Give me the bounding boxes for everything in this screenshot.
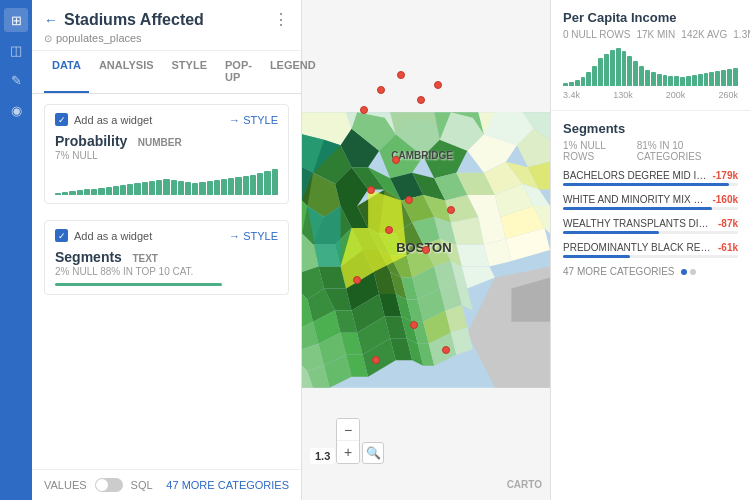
per-capita-bar xyxy=(727,69,732,86)
layers-icon[interactable]: ◫ xyxy=(4,38,28,62)
style-link-probability[interactable]: → STYLE xyxy=(229,114,278,126)
add-widget-label-probability: Add as a widget xyxy=(74,114,152,126)
page-title: Stadiums Affected xyxy=(64,11,204,29)
probability-field-name: Probability NUMBER xyxy=(55,132,278,150)
stadium-dot xyxy=(353,276,361,284)
histogram-bar xyxy=(55,193,61,195)
per-capita-bar xyxy=(627,56,632,86)
per-capita-bar xyxy=(663,75,668,86)
per-capita-bar xyxy=(610,50,615,86)
segments-meta: 1% NULL ROWS 81% IN 10 CATEGORIES xyxy=(563,140,738,162)
histogram-bar xyxy=(84,189,90,195)
histogram-bar xyxy=(163,179,169,195)
per-capita-bar xyxy=(657,74,662,86)
tab-popup[interactable]: POP-UP xyxy=(217,51,260,93)
field-name-probability: Probability xyxy=(55,133,127,149)
tab-data[interactable]: DATA xyxy=(44,51,89,93)
per-capita-avg: 142K AVG xyxy=(681,29,727,40)
map-container[interactable]: CAMBRIDGE BOSTON 1.3 − + 🔍 CARTO xyxy=(302,0,550,500)
back-button[interactable]: ← xyxy=(44,12,58,28)
segments-widget: ✓ Add as a widget → STYLE Segments TEXT … xyxy=(44,220,289,295)
eye-icon[interactable]: ◉ xyxy=(4,98,28,122)
scale-label-2: 130k xyxy=(613,90,633,100)
map-search-button[interactable]: 🔍 xyxy=(362,442,384,464)
histogram-bar xyxy=(62,192,68,195)
zoom-plus-button[interactable]: + xyxy=(337,441,359,463)
more-categories-link[interactable]: 47 MORE CATEGORIES xyxy=(166,479,289,491)
zoom-controls: − + xyxy=(336,418,360,464)
checkbox-probability[interactable]: ✓ xyxy=(55,113,68,126)
panel-title-left: ← Stadiums Affected xyxy=(44,11,204,29)
segment-value-2: -160k xyxy=(712,194,738,205)
segment-row-3: WEALTHY TRANSPLANTS DISPL... -87k xyxy=(563,218,738,234)
per-capita-bar xyxy=(633,61,638,86)
segment-bar-bg-2 xyxy=(563,207,738,210)
values-sql-toggle[interactable] xyxy=(95,478,123,492)
more-categories-text[interactable]: 47 MORE CATEGORIES xyxy=(563,266,675,277)
per-capita-bar xyxy=(686,76,691,86)
histogram-bar xyxy=(142,182,148,195)
tab-style[interactable]: STYLE xyxy=(164,51,215,93)
per-capita-bar xyxy=(674,76,679,86)
histogram-bar xyxy=(113,186,119,195)
segment-bar-3 xyxy=(563,231,659,234)
probability-histogram xyxy=(55,167,278,195)
histogram-bar xyxy=(257,173,263,195)
per-capita-bar xyxy=(651,72,656,86)
segment-name-4: PREDOMINANTLY BLACK RENT... xyxy=(563,242,714,253)
grid-icon[interactable]: ⊞ xyxy=(4,8,28,32)
per-capita-bar xyxy=(698,74,703,86)
per-capita-bar xyxy=(704,73,709,86)
per-capita-bar xyxy=(645,70,650,86)
per-capita-histogram xyxy=(563,46,738,86)
checkbox-segments[interactable]: ✓ xyxy=(55,229,68,242)
histogram-bar xyxy=(134,183,140,195)
per-capita-meta: 0 NULL ROWS 17K MIN 142K AVG 1.3M MAX xyxy=(563,29,738,40)
per-capita-bar xyxy=(592,66,597,86)
histogram-bar xyxy=(264,171,270,195)
per-capita-bar xyxy=(721,70,726,86)
style-link-segments[interactable]: → STYLE xyxy=(229,230,278,242)
segments-null-rows: 1% NULL ROWS xyxy=(563,140,631,162)
histogram-bar xyxy=(185,182,191,195)
widget-top-row-probability: ✓ Add as a widget → STYLE xyxy=(55,113,278,126)
edit-icon[interactable]: ✎ xyxy=(4,68,28,92)
add-widget-checkbox-segments[interactable]: ✓ Add as a widget xyxy=(55,229,152,242)
segment-name-row-4: PREDOMINANTLY BLACK RENT... -61k xyxy=(563,242,738,253)
per-capita-max: 1.3M MAX xyxy=(733,29,750,40)
histogram-bar xyxy=(120,185,126,195)
dot-2[interactable] xyxy=(690,269,696,275)
histogram-bar xyxy=(156,180,162,195)
stadium-dot xyxy=(360,106,368,114)
histogram-bar xyxy=(98,188,104,195)
field-type-segments: TEXT xyxy=(132,253,158,264)
per-capita-scale: 3.4k 130k 200k 260k xyxy=(563,90,738,100)
more-categories-row: 47 MORE CATEGORIES xyxy=(563,266,738,277)
stadium-dot xyxy=(385,226,393,234)
histogram-bar xyxy=(272,169,278,195)
zoom-minus-button[interactable]: − xyxy=(337,419,359,441)
stadium-dot xyxy=(397,71,405,79)
field-type-probability: NUMBER xyxy=(138,137,182,148)
stadium-dot xyxy=(377,86,385,94)
icon-bar: ⊞ ◫ ✎ ◉ xyxy=(0,0,32,500)
panel-content: ✓ Add as a widget → STYLE Probability NU… xyxy=(32,94,301,469)
panel-subtitle: ⊙ populates_places xyxy=(44,32,289,44)
per-capita-section: Per Capita Income 0 NULL ROWS 17K MIN 14… xyxy=(551,0,750,111)
per-capita-bar xyxy=(598,58,603,86)
panel-footer: VALUES SQL 47 MORE CATEGORIES xyxy=(32,469,301,500)
add-widget-label-segments: Add as a widget xyxy=(74,230,152,242)
histogram-bar xyxy=(250,175,256,195)
tab-analysis[interactable]: ANALYSIS xyxy=(91,51,162,93)
more-options-button[interactable]: ⋮ xyxy=(273,10,289,29)
segment-name-3: WEALTHY TRANSPLANTS DISPL... xyxy=(563,218,714,229)
segment-name-row-3: WEALTHY TRANSPLANTS DISPL... -87k xyxy=(563,218,738,229)
histogram-bar xyxy=(106,187,112,195)
segment-bar-bg-4 xyxy=(563,255,738,258)
dot-1[interactable] xyxy=(681,269,687,275)
left-panel: ← Stadiums Affected ⋮ ⊙ populates_places… xyxy=(32,0,302,500)
right-panel: Per Capita Income 0 NULL ROWS 17K MIN 14… xyxy=(550,0,750,500)
add-widget-checkbox-probability[interactable]: ✓ Add as a widget xyxy=(55,113,152,126)
histogram-bar xyxy=(127,184,133,195)
tab-bar: DATA ANALYSIS STYLE POP-UP LEGEND xyxy=(32,51,301,94)
